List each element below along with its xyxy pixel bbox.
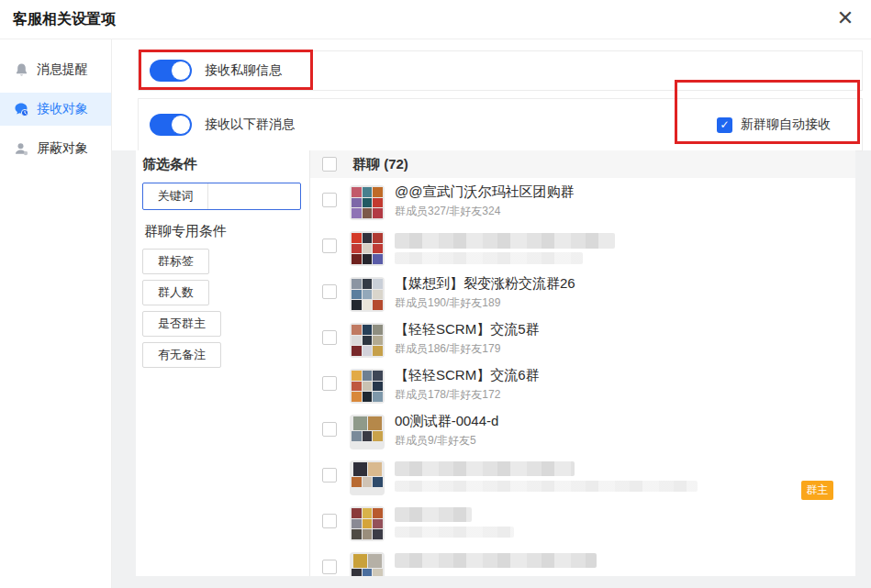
sidebar-item-label: 屏蔽对象 (37, 140, 88, 157)
group-avatar (350, 231, 385, 266)
list-item[interactable]: 【轻轻SCRM】交流5群 群成员186/非好友179 (310, 317, 855, 363)
redacted-subtitle (395, 527, 514, 538)
redacted-title (395, 553, 597, 568)
auto-receive-checkbox-group[interactable]: 新群聊自动接收 (717, 116, 831, 133)
list-item[interactable] (310, 547, 855, 576)
row-checkbox[interactable] (322, 193, 337, 207)
group-avatar (350, 277, 385, 312)
group-avatar (350, 369, 385, 404)
filter-button-is-owner[interactable]: 是否群主 (142, 311, 221, 337)
dialog-title: 客服相关设置项 (13, 10, 116, 29)
lower-panel: 筛选条件 关键词 群聊专用条件 群标签 群人数 是否群主 有无备注 群聊 (72… (136, 150, 855, 576)
row-checkbox[interactable] (322, 468, 337, 483)
auto-receive-checkbox[interactable] (717, 117, 732, 133)
redacted-subtitle (395, 252, 583, 264)
redacted-title (395, 461, 575, 476)
group-avatar (350, 415, 385, 449)
sidebar-item-receive-targets[interactable]: 接收对象 (0, 93, 111, 126)
keyword-input[interactable] (208, 184, 300, 208)
keyword-filter: 关键词 (142, 183, 301, 210)
sidebar-item-blocked-targets[interactable]: 屏蔽对象 (0, 132, 111, 165)
group-title: 【媒想到】裂变涨粉交流群26 (395, 275, 575, 293)
chat-clock-icon (14, 102, 29, 117)
row-checkbox[interactable] (322, 239, 337, 253)
group-message-toggle[interactable] (150, 114, 192, 136)
group-avatar (350, 460, 385, 495)
group-avatar (350, 185, 385, 220)
row-checkbox[interactable] (322, 560, 337, 574)
group-subtitle: 群成员327/非好友324 (395, 204, 500, 219)
row-checkbox[interactable] (322, 514, 337, 528)
filter-button-has-remark[interactable]: 有无备注 (142, 342, 221, 368)
redacted-title (395, 507, 472, 522)
group-owner-badge: 群主 (801, 481, 833, 500)
group-subtitle: 群成员9/非好友5 (395, 433, 476, 449)
settings-dialog: 客服相关设置项 ✕ 消息提醒 接收对象 屏蔽对象 接收私聊信息 (0, 0, 871, 588)
list-item[interactable] (310, 501, 855, 547)
group-avatar (350, 323, 385, 358)
row-checkbox[interactable] (322, 284, 337, 299)
auto-receive-label: 新群聊自动接收 (741, 116, 831, 133)
row-checkbox[interactable] (322, 376, 337, 391)
sidebar: 消息提醒 接收对象 屏蔽对象 (0, 39, 112, 588)
list-rows: @@宣武门沃尔玛社区团购群 群成员327/非好友324 【媒想到】裂变涨粉交流群… (310, 180, 855, 576)
list-item[interactable]: 00测试群-0044-d 群成员9/非好友5 (310, 409, 855, 455)
group-title: @@宣武门沃尔玛社区团购群 (395, 183, 574, 201)
sidebar-item-message-remind[interactable]: 消息提醒 (0, 53, 111, 86)
group-filter-section-title: 群聊专用条件 (144, 223, 227, 240)
group-message-label: 接收以下群消息 (205, 116, 295, 133)
list-item[interactable]: 群主 (310, 455, 855, 501)
person-block-icon (14, 141, 29, 157)
row-checkbox[interactable] (322, 422, 337, 437)
list-header-label: 群聊 (72) (352, 156, 408, 173)
group-title: 【轻轻SCRM】交流5群 (395, 321, 540, 338)
group-subtitle: 群成员186/非好友179 (395, 341, 500, 357)
private-message-toggle[interactable] (150, 60, 192, 82)
filter-button-group-tag[interactable]: 群标签 (142, 249, 209, 274)
list-item[interactable] (310, 226, 855, 272)
group-avatar (350, 552, 385, 576)
group-title: 00测试群-0044-d (395, 413, 498, 430)
list-item[interactable]: @@宣武门沃尔玛社区团购群 群成员327/非好友324 (310, 180, 855, 226)
list-header: 群聊 (72) (310, 150, 855, 178)
group-avatar (350, 506, 385, 541)
private-message-row: 接收私聊信息 (138, 50, 863, 91)
dialog-header: 客服相关设置项 ✕ (0, 0, 871, 39)
group-subtitle: 群成员190/非好友189 (395, 295, 500, 311)
keyword-label: 关键词 (143, 183, 208, 209)
close-icon[interactable]: ✕ (831, 4, 860, 33)
filter-title: 筛选条件 (142, 156, 197, 173)
filter-button-group-size[interactable]: 群人数 (142, 280, 209, 305)
filter-panel: 筛选条件 关键词 群聊专用条件 群标签 群人数 是否群主 有无备注 (136, 150, 310, 576)
sidebar-item-label: 消息提醒 (37, 61, 88, 78)
group-message-row: 接收以下群消息 新群聊自动接收 (138, 98, 863, 151)
group-list-panel: 群聊 (72) @@宣武门沃尔玛社区团购群 群成员327/非好友324 (310, 150, 855, 576)
list-item[interactable]: 【媒想到】裂变涨粉交流群26 群成员190/非好友189 (310, 272, 855, 317)
select-all-checkbox[interactable] (322, 157, 337, 172)
list-item[interactable]: 【轻轻SCRM】交流6群 群成员178/非好友172 (310, 363, 855, 409)
group-title: 【轻轻SCRM】交流6群 (395, 367, 540, 384)
redacted-subtitle (395, 481, 698, 492)
bell-icon (14, 62, 29, 78)
group-subtitle: 群成员178/非好友172 (395, 387, 500, 403)
private-message-label: 接收私聊信息 (205, 62, 282, 79)
row-checkbox[interactable] (322, 330, 337, 345)
sidebar-item-label: 接收对象 (37, 101, 88, 117)
redacted-title (395, 233, 615, 249)
